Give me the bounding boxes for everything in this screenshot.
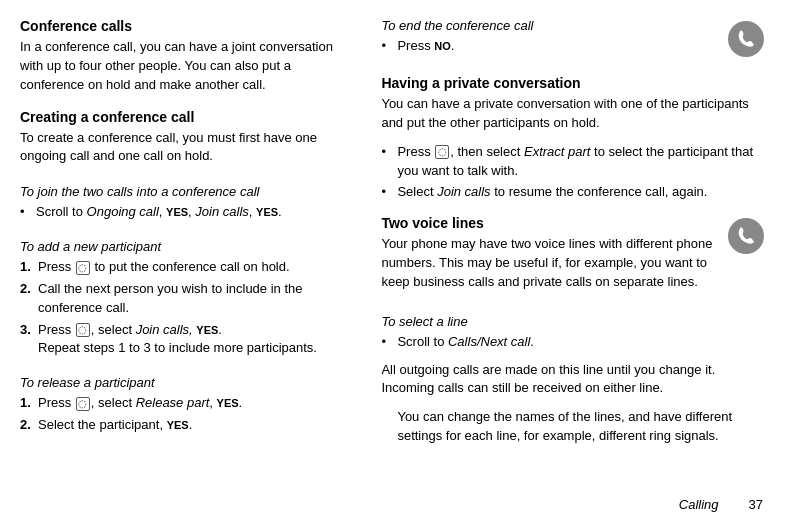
step1-num: 1.: [20, 258, 36, 277]
add-step2: 2. Call the next person you wish to incl…: [20, 280, 353, 318]
join-scroll-text: Scroll to: [36, 204, 87, 219]
svg-point-0: [728, 21, 764, 57]
end-title-text: To end the conference call: [381, 18, 533, 33]
join-ongoing: Ongoing call: [87, 204, 159, 219]
rstep2-content: Select the participant, YES.: [38, 416, 353, 435]
select-line-title-text: To select a line: [381, 314, 467, 329]
step2-content: Call the next person you wish to include…: [38, 280, 353, 318]
private-title: Having a private conversation: [381, 75, 765, 91]
pbullet2-sym: •: [381, 183, 393, 202]
step3-select: , select: [91, 322, 136, 337]
pbullet2-content: Select Join calls to resume the conferen…: [397, 183, 707, 202]
join-yes2: YES: [256, 206, 278, 218]
join-period: .: [278, 204, 282, 219]
sl-bullet-sym: •: [381, 333, 393, 352]
rstep2-yes: YES: [167, 419, 189, 431]
two-lines-body: Your phone may have two voice lines with…: [381, 235, 721, 292]
end-no: NO: [434, 40, 451, 52]
change-name-text: You can change the names of the lines, a…: [381, 408, 765, 446]
step3-repeat: Repeat steps 1 to 3 to include more part…: [38, 340, 317, 355]
phone-icon-end: [727, 20, 765, 61]
join-yes1: YES: [166, 206, 188, 218]
step3-italic: Join calls,: [136, 322, 193, 337]
rstep1-period: .: [239, 395, 243, 410]
select-line-title: To select a line: [381, 314, 765, 329]
add-step1: 1. Press ◌ to put the conference call on…: [20, 258, 353, 277]
sl-period: .: [530, 334, 534, 349]
menu-key-icon2: ◌: [76, 323, 90, 337]
pbullet1-content: Press ◌, then select Extract part to sel…: [397, 143, 765, 181]
phone-icon2-svg: [727, 217, 765, 255]
footer: Calling 37: [679, 497, 763, 512]
rstep1-num: 1.: [20, 394, 36, 413]
sl-scroll: Scroll to: [397, 334, 448, 349]
private-bullet2: • Select Join calls to resume the confer…: [381, 183, 765, 202]
rstep2-select: Select the participant,: [38, 417, 167, 432]
left-column: Conference calls In a conference call, y…: [20, 18, 371, 508]
step1-press: Press: [38, 259, 75, 274]
release-step2: 2. Select the participant, YES.: [20, 416, 353, 435]
release-title-text: To release a participant: [20, 375, 155, 390]
private-bullet1: • Press ◌, then select Extract part to s…: [381, 143, 765, 181]
spacer3: [20, 225, 353, 231]
step3-press: Press: [38, 322, 75, 337]
end-press: Press: [397, 38, 434, 53]
rstep1-content: Press ◌, select Release part, YES.: [38, 394, 353, 413]
end-bullet-sym: •: [381, 37, 393, 56]
end-title: To end the conference call: [381, 18, 721, 33]
join-bullet-item: • Scroll to Ongoing call, YES, Join call…: [20, 203, 353, 222]
release-title: To release a participant: [20, 375, 353, 390]
rstep2-period: .: [189, 417, 193, 432]
menu-key-icon1: ◌: [76, 261, 90, 275]
bullet-sym: •: [20, 203, 32, 222]
private-conv-section: Having a private conversation You can ha…: [381, 75, 765, 202]
end-period: .: [451, 38, 455, 53]
pbullet1-sym: •: [381, 143, 393, 181]
pb1-italic: Extract part: [524, 144, 590, 159]
join-title-text: To join the two calls into a conference …: [20, 184, 259, 199]
join-bullet-content: Scroll to Ongoing call, YES, Join calls,…: [36, 203, 282, 222]
two-lines-section: Two voice lines Your phone may have two …: [381, 215, 765, 296]
join-comma1: ,: [159, 204, 166, 219]
right-column: To end the conference call • Press NO. H…: [371, 18, 765, 508]
creating-title: Creating a conference call: [20, 109, 353, 125]
sl-bullet-content: Scroll to Calls/Next call.: [397, 333, 534, 352]
select-line-bullet: • Scroll to Calls/Next call.: [381, 333, 765, 352]
sl-italic: Calls/Next call: [448, 334, 530, 349]
rstep1-yes-text: YES: [217, 397, 239, 409]
end-call-text: To end the conference call • Press NO.: [381, 18, 721, 59]
phone-icon-two: [727, 217, 765, 258]
join-title: To join the two calls into a conference …: [20, 184, 353, 199]
spacer7: [381, 205, 765, 215]
conference-calls-body: In a conference call, you can have a joi…: [20, 38, 353, 95]
add-step3: 3. Press ◌, select Join calls, YES. Repe…: [20, 321, 353, 359]
step1-content: Press ◌ to put the conference call on ho…: [38, 258, 353, 277]
phone-icon-svg: [727, 20, 765, 58]
all-outgoing-text: All outgoing calls are made on this line…: [381, 361, 765, 399]
svg-point-1: [728, 218, 764, 254]
spacer1: [20, 99, 353, 109]
rstep2-num: 2.: [20, 416, 36, 435]
creating-section: Creating a conference call To create a c…: [20, 109, 353, 167]
step2-num: 2.: [20, 280, 36, 318]
end-bullet-content: Press NO.: [397, 37, 454, 56]
spacer5: [381, 65, 765, 75]
step1-after: to put the conference call on hold.: [91, 259, 290, 274]
pb2-rest: to resume the conference call, again.: [491, 184, 708, 199]
rstep1-yes: ,: [209, 395, 216, 410]
two-lines-title: Two voice lines: [381, 215, 721, 231]
spacer2: [20, 170, 353, 176]
menu-key-icon3: ◌: [76, 397, 90, 411]
conference-calls-section: Conference calls In a conference call, y…: [20, 18, 353, 95]
footer-calling-label: Calling: [679, 497, 719, 512]
add-title-text: To add a new participant: [20, 239, 161, 254]
rstep1-italic: Release part: [136, 395, 210, 410]
release-step1: 1. Press ◌, select Release part, YES.: [20, 394, 353, 413]
rstep1-select: , select: [91, 395, 136, 410]
step3-yes: YES: [196, 324, 218, 336]
spacer8: [381, 300, 765, 306]
add-title: To add a new participant: [20, 239, 353, 254]
spacer4: [20, 361, 353, 367]
rstep1-press: Press: [38, 395, 75, 410]
pb1-then: , then select: [450, 144, 524, 159]
